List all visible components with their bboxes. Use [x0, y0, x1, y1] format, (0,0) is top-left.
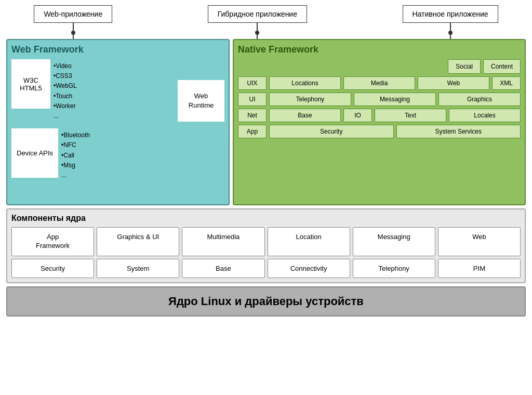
nf-row3: Net Base IO Text Locales	[238, 109, 521, 122]
connector-dot	[71, 31, 75, 35]
device-items: •Bluetooth •NFC •Call •Msg ...	[61, 128, 90, 180]
connector-dot2	[255, 31, 259, 35]
social-content-row: Social Content	[238, 59, 521, 74]
connector-line3	[257, 23, 258, 31]
kc-graphics-ui: Graphics & UI	[97, 227, 179, 256]
kernel-components: Компоненты ядра App Framework Graphics &…	[6, 208, 526, 283]
w3c-item-worker: •Worker	[54, 101, 77, 111]
nf-media: Media	[343, 76, 415, 90]
nf-io: IO	[343, 109, 372, 122]
spacer2	[342, 5, 368, 39]
nf-messaging: Messaging	[354, 93, 436, 106]
connector-line4	[257, 35, 258, 39]
wf-left-column: W3C HTML5 •Video •CSS3 •WebGL •Touch •Wo…	[11, 59, 90, 180]
kc-multimedia: Multimedia	[182, 227, 264, 256]
web-app-label: Web-приложение	[34, 5, 112, 23]
device-item-bt: •Bluetooth	[61, 130, 90, 140]
kc-system: System	[97, 259, 179, 278]
nf-telephony: Telephony	[269, 93, 351, 106]
kc-messaging: Messaging	[353, 227, 435, 256]
w3c-section: W3C HTML5 •Video •CSS3 •WebGL •Touch •Wo…	[11, 59, 90, 121]
kc-pim: PIM	[438, 259, 521, 278]
nf-locales: Locales	[449, 109, 521, 122]
kc-web: Web	[438, 227, 521, 256]
kc-telephony: Telephony	[353, 259, 435, 278]
w3c-item-css3: •CSS3	[54, 71, 77, 81]
nf-security: Security	[269, 125, 394, 138]
web-runtime-section: Web Runtime	[178, 80, 224, 122]
w3c-item-more: ...	[54, 111, 77, 121]
w3c-html5-box: W3C HTML5	[11, 59, 50, 109]
device-item-call: •Call	[61, 151, 90, 161]
device-item-nfc: •NFC	[61, 140, 90, 150]
nf-row1: UIX Locations Media Web XML	[238, 76, 521, 90]
device-apis-label: Device APIs	[17, 149, 53, 157]
kc-base: Base	[182, 259, 264, 278]
hybrid-app-section: Гибридное приложение	[208, 5, 307, 39]
nf-web: Web	[418, 76, 489, 90]
connector-line2	[73, 35, 74, 39]
kc-grid: App Framework Graphics & UI Multimedia L…	[11, 227, 521, 278]
device-item-more: ...	[61, 170, 90, 180]
nf-base: Base	[269, 109, 341, 122]
nf-system-services: System Services	[396, 125, 521, 138]
nf-net: Net	[238, 109, 267, 122]
web-app-section: Web-приложение	[34, 5, 112, 39]
web-app-connector	[71, 23, 75, 39]
linux-bar: Ядро Linux и драйверы устройств	[6, 286, 526, 317]
device-apis-box: Device APIs	[11, 128, 58, 178]
nf-app: App	[238, 125, 267, 138]
nf-social: Social	[448, 59, 481, 74]
nf-text: Text	[375, 109, 446, 122]
nf-ui: UI	[238, 93, 267, 106]
frameworks-row: Web Framework W3C HTML5 •Video •CSS3 •We…	[6, 39, 526, 205]
web-framework: Web Framework W3C HTML5 •Video •CSS3 •We…	[6, 39, 230, 205]
w3c-item-webgl: •WebGL	[54, 81, 77, 91]
kc-location: Location	[268, 227, 350, 256]
connector-line	[73, 23, 74, 31]
connector-line5	[450, 23, 451, 31]
nf-row4: App Security System Services	[238, 125, 521, 138]
native-framework-title: Native Framework	[238, 44, 521, 55]
w3c-item-touch: •Touch	[54, 91, 77, 101]
nf-locations: Locations	[269, 76, 341, 90]
native-app-connector	[448, 23, 453, 39]
connector-dot3	[448, 31, 453, 35]
native-framework: Native Framework Social Content UIX Loca…	[233, 39, 526, 205]
hybrid-app-label: Гибридное приложение	[208, 5, 307, 23]
w3c-item-video: •Video	[54, 61, 77, 71]
device-item-msg: •Msg	[61, 161, 90, 170]
web-runtime-label: Web Runtime	[189, 91, 214, 110]
nf-uix: UIX	[238, 76, 267, 90]
device-apis-section: Device APIs •Bluetooth •NFC •Call •Msg .…	[11, 128, 90, 180]
kc-app-framework: App Framework	[11, 227, 94, 256]
kc-title: Компоненты ядра	[11, 214, 521, 223]
w3c-html5-label: W3C HTML5	[20, 76, 42, 92]
nf-content: Content	[483, 59, 521, 74]
spacer	[147, 5, 173, 39]
connector-line6	[450, 35, 451, 39]
nf-xml: XML	[492, 76, 521, 90]
web-runtime-box: Web Runtime	[178, 80, 224, 122]
w3c-items: •Video •CSS3 •WebGL •Touch •Worker ...	[54, 59, 77, 121]
kc-connectivity: Connectivity	[268, 259, 350, 278]
nf-graphics: Graphics	[438, 93, 521, 106]
kc-security: Security	[11, 259, 94, 278]
web-framework-title: Web Framework	[11, 44, 224, 55]
native-app-section: Нативное приложение	[403, 5, 498, 39]
native-app-label: Нативное приложение	[403, 5, 498, 23]
hybrid-app-connector	[255, 23, 259, 39]
nf-row2: UI Telephony Messaging Graphics	[238, 93, 521, 106]
